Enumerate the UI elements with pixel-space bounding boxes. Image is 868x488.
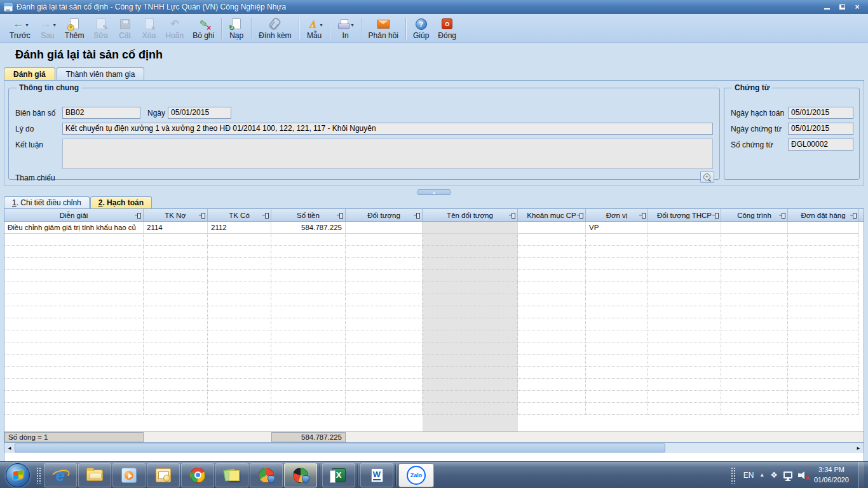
grid-header: Diễn giảiTK NợTK CóSố tiềnĐối tượngTên đ… [4,209,864,222]
horizontal-scrollbar[interactable]: ◄ ► [4,442,864,453]
toolbar-button-refresh[interactable]: Nạp [224,17,248,41]
column-header[interactable]: TK Nợ [144,209,208,221]
start-button[interactable] [2,463,34,487]
tab-hach-toan[interactable]: 2. Hạch toán [90,196,152,208]
table-row[interactable]: Điều chỉnh giảm giá trị tính khấu hao củ… [4,222,864,234]
table-row-empty[interactable] [4,270,864,282]
taskbar-item-word[interactable] [360,463,393,487]
misa-icon [259,468,274,483]
toolbar-button-print[interactable]: In [333,17,358,41]
minimize-button[interactable] [822,3,831,11]
toolbar-button-unpost[interactable]: Bỏ ghi [188,17,219,41]
taskbar-item-wmp[interactable] [112,463,146,487]
taskbar-item-notes[interactable] [215,463,248,487]
column-header[interactable]: Công trình [721,209,788,221]
table-row-empty[interactable] [4,318,864,330]
toolbar-button-help[interactable]: Giúp [409,17,433,41]
table-row-empty[interactable] [4,342,864,355]
table-row-empty[interactable] [4,246,864,258]
tab-thanh-vien-tham-gia[interactable]: Thành viên tham gia [57,67,145,80]
so-chung-tu-input[interactable]: ĐGL00002 [788,139,853,151]
table-row-empty[interactable] [4,355,864,367]
splitter-collapse-handle[interactable] [417,189,451,195]
tham-chieu-lookup-button[interactable] [700,171,714,183]
system-tray: EN ▲ × 3:34 PM 01/06/2020 [729,462,867,488]
toolbar-button-attach[interactable]: Đính kèm [254,17,295,41]
app-window-icon[interactable] [4,3,13,11]
table-row-empty[interactable] [4,330,864,342]
scroll-left-arrow[interactable]: ◄ [4,443,15,453]
taskbar-item-explorer[interactable] [78,463,111,487]
column-header[interactable]: Tên đối tượng [423,209,518,221]
toolbar-button-add[interactable]: Thêm [60,17,89,41]
dropdown-caret-icon [320,20,323,29]
table-row-empty[interactable] [4,282,864,294]
taskbar-item-ie[interactable] [44,463,77,487]
toolbar-button-closeapp[interactable]: Đóng [433,17,461,41]
column-header[interactable]: Diễn giải [4,209,144,221]
table-row-empty[interactable] [4,367,864,379]
pin-icon[interactable] [262,212,269,218]
tab-danh-gia[interactable]: Đánh giá [4,67,55,80]
show-desktop-button[interactable] [858,462,864,488]
column-header[interactable]: Khoản mục CP [518,209,586,221]
taskbar-item-misa[interactable] [250,463,283,487]
bien-ban-so-input[interactable]: BB02 [62,107,140,119]
notes-icon [224,469,240,482]
toolbar: TrướcSauThêmSửaCấtXóaHoãnBỏ ghiNạpĐính k… [0,14,868,43]
toolbar-button-label: Đóng [438,31,456,40]
pin-icon[interactable] [850,212,857,218]
ngay-input[interactable]: 05/01/2015 [168,107,231,119]
tab-chi-tiet-dieu-chinh[interactable]: 1. Chi tiết điều chỉnh [4,196,90,208]
column-header[interactable]: Đối tượng [346,209,423,221]
taskbar-item-outlook[interactable] [147,463,180,487]
ket-luan-textarea[interactable] [62,139,713,169]
table-row-empty[interactable] [4,403,864,415]
ngay-hach-toan-input[interactable]: 05/01/2015 [788,107,853,119]
toolbar-button-feedback[interactable]: Phản hồi [364,17,403,41]
pin-icon[interactable] [414,212,421,218]
network-icon[interactable] [783,471,792,478]
column-header[interactable]: Đơn đặt hàng [788,209,859,221]
toolbar-button-template[interactable]: Mẫu [302,17,327,41]
toolbar-button-back[interactable]: Trước [5,17,35,41]
total-amount-cell: 584.787.225 [271,432,346,442]
column-header[interactable]: Đơn vị [586,209,648,221]
table-row-empty[interactable] [4,234,864,246]
pin-icon[interactable] [337,212,344,218]
close-button[interactable]: × [853,3,862,11]
pin-icon[interactable] [639,212,646,218]
taskbar-item-chrome[interactable] [181,463,214,487]
table-row-empty[interactable] [4,379,864,391]
splitter[interactable] [4,188,864,196]
table-row-empty[interactable] [4,258,864,270]
save-icon [119,18,132,30]
clock[interactable]: 3:34 PM 01/06/2020 [814,465,849,485]
taskbar-item-excel[interactable] [322,463,355,487]
pin-icon[interactable] [509,212,516,218]
table-row-empty[interactable] [4,294,864,306]
pin-icon[interactable] [199,212,206,218]
ie-icon [52,467,69,484]
pin-icon[interactable] [135,212,142,218]
ngay-chung-tu-input[interactable]: 05/01/2015 [788,123,853,135]
show-hidden-icons-icon[interactable]: ▲ [759,472,764,478]
pin-icon[interactable] [779,212,786,218]
restore-button[interactable] [837,3,846,11]
column-header[interactable]: TK Có [208,209,271,221]
pin-icon[interactable] [712,212,719,218]
taskbar-item-zalo[interactable]: Zalo [398,463,434,487]
column-header[interactable]: Số tiền [271,209,346,221]
so-chung-tu-label: Số chứng từ [731,140,773,149]
language-indicator[interactable]: EN [743,471,754,480]
dropbox-icon[interactable] [770,470,778,480]
table-row-empty[interactable] [4,391,864,403]
volume-muted-icon[interactable]: × [798,471,808,480]
pin-icon[interactable] [577,212,584,218]
column-header[interactable]: Đối tượng THCP [648,209,721,221]
ly-do-input[interactable]: Kết chuyển tụ điện xưởng 1 và xưởng 2 th… [62,123,713,135]
table-row-empty[interactable] [4,306,864,318]
scrollbar-thumb[interactable] [15,444,665,452]
scroll-right-arrow[interactable]: ► [853,443,864,453]
taskbar-item-misa2[interactable] [284,463,317,487]
